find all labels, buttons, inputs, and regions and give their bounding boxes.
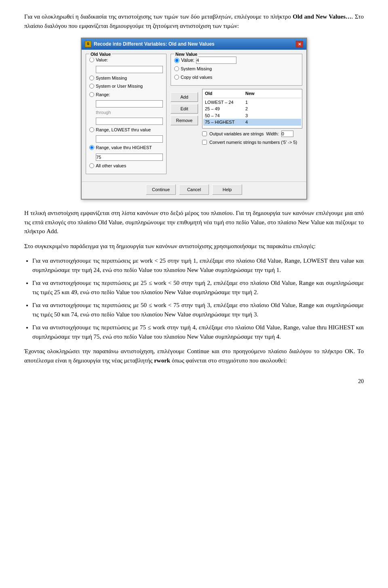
dialog-body: Old Value Value: System Missing (82, 50, 306, 181)
mapping-row-3: 50 – 74 3 (203, 112, 301, 119)
output-strings-row: Output variables are strings Width: (202, 131, 302, 137)
right-panel: New Value Value: System Missing (171, 54, 302, 177)
new-col-header: New (245, 90, 261, 97)
add-button[interactable]: Add (171, 92, 198, 102)
old-system-missing-row: System Missing (89, 75, 163, 82)
new-value-title: New Value (174, 51, 198, 58)
convert-numeric-label: Convert numeric strings to numbers ('5' … (209, 139, 297, 146)
bullet-item: Για να αντιστοιχήσουμε τις περιπτώσεις μ… (32, 256, 364, 274)
old-sys-user-label: System or User Missing (96, 83, 143, 90)
width-input[interactable] (281, 131, 293, 137)
mapping-old-1: LOWEST – 24 (205, 99, 237, 106)
dialog-wrapper: S Recode into Different Variables: Old a… (24, 38, 364, 200)
page-number: 20 (24, 377, 364, 386)
old-range-label: Range: (96, 91, 110, 98)
width-label: Width: (266, 131, 279, 137)
mapping-section: Old New LOWEST – 24 1 25 – 49 2 (202, 89, 302, 147)
new-system-missing-label: System Missing (181, 65, 212, 72)
dialog-footer: Continue Cancel Help (82, 181, 306, 199)
bullet-item: Για να αντιστοιχήσουμε τις περιπτώσεις μ… (32, 323, 364, 341)
mapping-new-1: 1 (245, 99, 261, 106)
through-label: through (96, 109, 163, 116)
old-sys-user-missing-radio[interactable] (89, 84, 94, 89)
final-text-2: όπως φαίνεται στο στιγμιότυπο που ακολου… (170, 357, 287, 364)
old-value-radio[interactable] (89, 57, 94, 62)
mapping-row-2: 25 – 49 2 (203, 105, 301, 112)
old-range-radio[interactable] (89, 92, 94, 97)
final-paragraph: Έχοντας ολοκληρώσει την παραπάνω αντιστο… (24, 347, 364, 365)
para-intro: Στο συγκεκριμένο παράδειγμα για τη δημιο… (24, 242, 364, 251)
dialog-titlebar: S Recode into Different Variables: Old a… (82, 38, 306, 50)
new-copy-old-label: Copy old values (181, 74, 212, 81)
old-range-input-from[interactable] (96, 100, 163, 107)
new-value-input[interactable] (196, 57, 236, 64)
remove-button[interactable]: Remove (171, 116, 198, 125)
mapping-new-3: 3 (245, 112, 261, 119)
action-buttons: Add Edit Remove (171, 92, 198, 147)
continue-label: Continue (152, 187, 170, 192)
old-range-highest-input[interactable] (96, 154, 163, 161)
old-all-other-row: All other values (89, 162, 163, 169)
titlebar-left: S Recode into Different Variables: Old a… (85, 40, 215, 48)
right-section: Add Edit Remove Old New LOWEST – 24 (171, 89, 302, 147)
new-system-missing-radio[interactable] (174, 66, 179, 71)
mapping-row-4: 75 – HIGHEST 4 (203, 119, 301, 126)
intro-text-1: Για να ολοκληρωθεί η διαδικασία της αντι… (24, 13, 293, 20)
new-value-label: Value: (181, 57, 194, 64)
mapping-row-1: LOWEST – 24 1 (203, 99, 301, 106)
mapping-table: Old New LOWEST – 24 1 25 – 49 2 (202, 89, 302, 129)
old-range-lowest-radio[interactable] (89, 127, 94, 132)
old-sys-user-missing-row: System or User Missing (89, 83, 163, 90)
old-range-lowest-label: Range, LOWEST thru value (96, 126, 151, 133)
output-strings-checkbox[interactable] (202, 131, 207, 136)
old-col-header: Old (205, 90, 237, 97)
new-system-missing-row: System Missing (174, 65, 299, 72)
bullet-item: Για να αντιστοιχήσουμε τις περιπτώσεις μ… (32, 278, 364, 297)
old-range-highest-radio[interactable] (89, 145, 94, 150)
help-button[interactable]: Help (212, 184, 242, 195)
dialog-app-icon: S (85, 41, 91, 47)
continue-button[interactable]: Continue (146, 184, 176, 195)
old-range-input-to[interactable] (96, 118, 163, 125)
output-strings-label: Output variables are strings (209, 131, 264, 137)
mapping-header: Old New (203, 90, 301, 98)
old-all-other-label: All other values (96, 162, 126, 169)
final-bold: rwork (154, 357, 170, 364)
intro-paragraph: Για να ολοκληρωθεί η διαδικασία της αντι… (24, 12, 364, 30)
new-copy-old-radio[interactable] (174, 75, 179, 80)
new-copy-old-row: Copy old values (174, 74, 299, 81)
mapping-old-4: 75 – HIGHEST (205, 119, 237, 126)
recode-dialog: S Recode into Different Variables: Old a… (81, 38, 307, 200)
old-all-other-radio[interactable] (89, 163, 94, 168)
old-range-row: Range: (89, 91, 163, 98)
mapping-new-2: 2 (245, 105, 261, 112)
dialog-title: Recode into Different Variables: Old and… (94, 40, 215, 48)
help-label: Help (223, 187, 232, 192)
bullet-list: Για να αντιστοιχήσουμε τις περιπτώσεις μ… (32, 256, 364, 341)
old-value-input[interactable] (96, 66, 163, 73)
text-after-dialog: Η τελική αντιστοίχιση εμφανίζεται στη λί… (24, 209, 364, 236)
mapping-old-3: 50 – 74 (205, 112, 237, 119)
old-range-highest-row: Range, value thru HIGHEST (89, 144, 163, 151)
new-value-radio[interactable] (174, 58, 179, 63)
old-range-lowest-row: Range, LOWEST thru value (89, 126, 163, 133)
bullet-item: Για να αντιστοιχήσουμε τις περιπτώσεις μ… (32, 301, 364, 319)
new-value-radio-row: Value: (174, 57, 299, 64)
old-system-missing-label: System Missing (96, 75, 127, 82)
cancel-label: Cancel (187, 187, 201, 192)
new-value-group: New Value Value: System Missing (171, 54, 302, 86)
old-range-lowest-input[interactable] (96, 135, 163, 143)
convert-numeric-row: Convert numeric strings to numbers ('5' … (202, 139, 302, 146)
convert-numeric-checkbox[interactable] (202, 140, 207, 145)
old-value-title: Old Value (89, 51, 112, 58)
intro-bold: Old and New Values… (293, 13, 352, 20)
old-system-missing-radio[interactable] (89, 76, 94, 80)
old-range-highest-label: Range, value thru HIGHEST (96, 144, 152, 151)
mapping-old-2: 25 – 49 (205, 105, 237, 112)
old-value-panel: Old Value Value: System Missing (86, 54, 167, 177)
edit-button[interactable]: Edit (171, 104, 198, 114)
dialog-close-button[interactable]: ✕ (296, 41, 303, 47)
old-value-group: Old Value Value: System Missing (86, 54, 167, 174)
mapping-new-4: 4 (245, 119, 261, 126)
cancel-button[interactable]: Cancel (179, 184, 209, 195)
